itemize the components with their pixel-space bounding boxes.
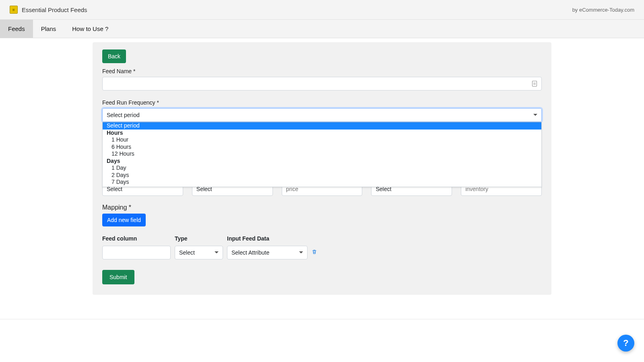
chevron-down-icon xyxy=(533,114,537,116)
tab-feeds[interactable]: Feeds xyxy=(0,20,33,38)
frequency-option-1-hour[interactable]: 1 Hour xyxy=(103,136,541,144)
feed-name-input[interactable] xyxy=(102,77,542,90)
mapping-label: Mapping * xyxy=(102,204,542,211)
tab-how-to-use[interactable]: How to Use ? xyxy=(64,20,116,38)
mapping-type-value: Select xyxy=(179,249,195,256)
mapping-header-row: Feed column Type Input Feed Data xyxy=(102,235,542,242)
mapping-attribute-select[interactable]: Select Attribute xyxy=(227,246,308,259)
byline-link[interactable]: eCommerce-Today.com xyxy=(579,7,634,13)
byline: by eCommerce-Today.com xyxy=(572,7,634,13)
app-title: Essential Product Feeds xyxy=(22,6,87,13)
delete-row-button[interactable] xyxy=(312,249,317,257)
mapping-feed-column-input[interactable] xyxy=(102,246,171,259)
tab-plans[interactable]: Plans xyxy=(33,20,64,38)
back-button[interactable]: Back xyxy=(102,49,126,63)
footer-divider xyxy=(0,319,644,319)
frequency-option-placeholder[interactable]: Select period xyxy=(103,122,541,130)
frequency-option-2-days[interactable]: 2 Days xyxy=(103,172,541,179)
frequency-selected-value: Select period xyxy=(107,112,140,118)
top-bar: ≡ Essential Product Feeds by eCommerce-T… xyxy=(0,0,644,20)
frequency-dropdown: Select period Hours 1 Hour 6 Hours 12 Ho… xyxy=(102,122,542,187)
frequency-option-6-hours[interactable]: 6 Hours xyxy=(103,144,541,151)
byline-prefix: by xyxy=(572,7,579,13)
main-tabs: Feeds Plans How to Use ? xyxy=(0,20,644,38)
chevron-down-icon xyxy=(215,251,219,254)
brand: ≡ Essential Product Feeds xyxy=(10,6,87,14)
app-logo-icon: ≡ xyxy=(10,6,18,14)
frequency-option-12-hours[interactable]: 12 Hours xyxy=(103,150,541,158)
chevron-down-icon xyxy=(299,251,303,254)
form-autofill-icon xyxy=(532,81,537,86)
mapping-header-feed-column: Feed column xyxy=(102,235,171,242)
mapping-header-input-feed: Input Feed Data xyxy=(227,235,308,242)
frequency-select[interactable]: Select period xyxy=(102,108,542,122)
frequency-option-1-day[interactable]: 1 Day xyxy=(103,165,541,172)
mapping-header-type: Type xyxy=(175,235,223,242)
add-new-field-button[interactable]: Add new field xyxy=(102,214,146,226)
frequency-group-hours: Hours xyxy=(103,130,541,137)
feed-name-label: Feed Name * xyxy=(102,68,542,74)
submit-button[interactable]: Submit xyxy=(102,270,134,284)
mapping-attribute-value: Select Attribute xyxy=(231,249,269,256)
frequency-label: Feed Run Frequency * xyxy=(102,99,542,106)
frequency-option-7-days[interactable]: 7 Days xyxy=(103,179,541,186)
mapping-type-select[interactable]: Select xyxy=(175,246,223,259)
mapping-row: Select Select Attribute xyxy=(102,246,542,259)
feed-form-card: Back Feed Name * Feed Run Frequency * Se… xyxy=(93,42,551,295)
trash-icon xyxy=(312,249,317,255)
frequency-group-days: Days xyxy=(103,158,541,165)
